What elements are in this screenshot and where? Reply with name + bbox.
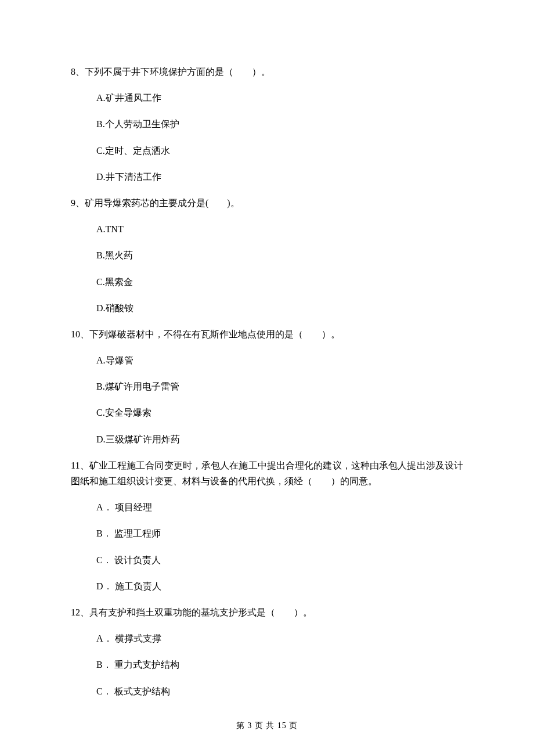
question-text: 下列爆破器材中，不得在有瓦斯作业地点使用的是（ ）。 — [89, 329, 340, 339]
question-9: 9、矿用导爆索药芯的主要成分是( )。 A.TNT B.黑火药 C.黑索金 D.… — [71, 195, 463, 316]
question-stem: 8、下列不属于井下环境保护方面的是（ ）。 — [71, 64, 463, 80]
option-c: C.安全导爆索 — [96, 405, 463, 420]
options: A． 项目经理 B． 监理工程师 C． 设计负责人 D． 施工负责人 — [71, 499, 463, 594]
option-b: B.个人劳动卫生保护 — [96, 116, 463, 132]
option-d: D.三级煤矿许用炸药 — [96, 431, 463, 447]
option-c: C.黑索金 — [96, 274, 463, 290]
question-number: 12、 — [71, 607, 89, 617]
option-c: C． 板式支护结构 — [96, 683, 463, 699]
option-b: B.黑火药 — [96, 247, 463, 263]
option-b: B． 监理工程师 — [96, 525, 463, 541]
option-b: B． 重力式支护结构 — [96, 657, 463, 672]
question-stem: 10、下列爆破器材中，不得在有瓦斯作业地点使用的是（ ）。 — [71, 326, 463, 342]
page-footer: 第 3 页 共 15 页 — [0, 719, 534, 732]
question-stem: 11、矿业工程施工合同变更时，承包人在施工中提出合理化的建议，这种由承包人提出涉… — [71, 458, 463, 489]
options: A.导爆管 B.煤矿许用电子雷管 C.安全导爆索 D.三级煤矿许用炸药 — [71, 352, 463, 447]
option-d: D.井下清洁工作 — [96, 169, 463, 185]
option-a: A.导爆管 — [96, 352, 463, 368]
option-d: D.硝酸铵 — [96, 300, 463, 316]
option-a: A.TNT — [96, 221, 463, 237]
question-text: 矿用导爆索药芯的主要成分是( )。 — [85, 198, 240, 208]
option-d: D． 施工负责人 — [96, 578, 463, 594]
question-text: 具有支护和挡土双重功能的基坑支护形式是（ ）。 — [89, 607, 312, 617]
question-12: 12、具有支护和挡土双重功能的基坑支护形式是（ ）。 A． 横撑式支撑 B． 重… — [71, 604, 463, 699]
question-stem: 12、具有支护和挡土双重功能的基坑支护形式是（ ）。 — [71, 604, 463, 620]
question-11: 11、矿业工程施工合同变更时，承包人在施工中提出合理化的建议，这种由承包人提出涉… — [71, 458, 463, 594]
option-a: A． 项目经理 — [96, 499, 463, 515]
option-a: A． 横撑式支撑 — [96, 631, 463, 646]
option-c: C． 设计负责人 — [96, 552, 463, 568]
question-number: 10、 — [71, 329, 89, 339]
question-text: 下列不属于井下环境保护方面的是（ ）。 — [85, 67, 270, 77]
option-a: A.矿井通风工作 — [96, 90, 463, 106]
option-b: B.煤矿许用电子雷管 — [96, 379, 463, 394]
options: A.TNT B.黑火药 C.黑索金 D.硝酸铵 — [71, 221, 463, 316]
question-number: 9、 — [71, 198, 85, 208]
options: A． 横撑式支撑 B． 重力式支护结构 C． 板式支护结构 — [71, 631, 463, 699]
option-c: C.定时、定点洒水 — [96, 143, 463, 159]
question-number: 8、 — [71, 67, 85, 77]
question-stem: 9、矿用导爆索药芯的主要成分是( )。 — [71, 195, 463, 211]
page: 8、下列不属于井下环境保护方面的是（ ）。 A.矿井通风工作 B.个人劳动卫生保… — [0, 0, 534, 756]
question-number: 11、 — [71, 460, 89, 470]
question-text: 矿业工程施工合同变更时，承包人在施工中提出合理化的建议，这种由承包人提出涉及设计… — [71, 460, 463, 486]
question-8: 8、下列不属于井下环境保护方面的是（ ）。 A.矿井通风工作 B.个人劳动卫生保… — [71, 64, 463, 185]
options: A.矿井通风工作 B.个人劳动卫生保护 C.定时、定点洒水 D.井下清洁工作 — [71, 90, 463, 185]
question-10: 10、下列爆破器材中，不得在有瓦斯作业地点使用的是（ ）。 A.导爆管 B.煤矿… — [71, 326, 463, 447]
